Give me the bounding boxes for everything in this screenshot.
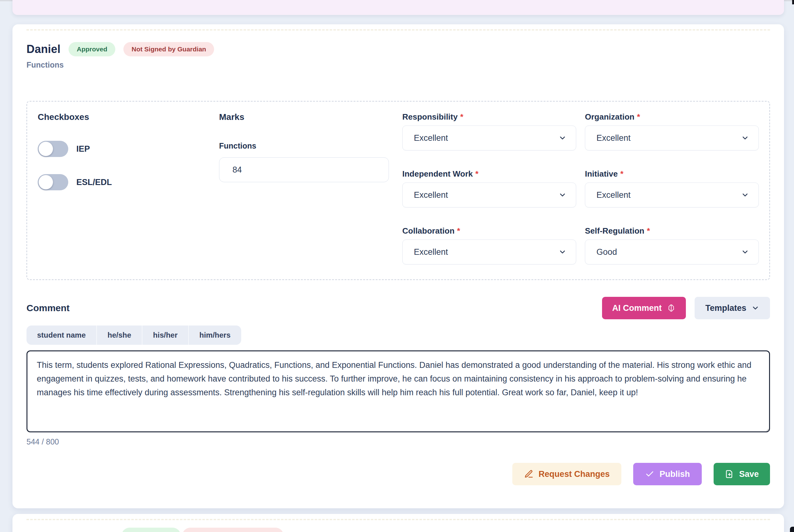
independent-work-label: Independent Work <box>402 169 473 178</box>
previous-card-partial <box>13 0 784 15</box>
student-name: Daniel <box>26 43 60 56</box>
brain-icon <box>667 303 676 313</box>
required-asterisk: * <box>620 169 623 178</box>
request-changes-button[interactable]: Request Changes <box>512 463 621 485</box>
chevron-down-icon <box>558 134 567 142</box>
next-status-badge-approved <box>122 528 181 532</box>
screen-corner-artifact <box>790 527 794 532</box>
checkboxes-heading: Checkboxes <box>38 112 219 122</box>
chevron-down-icon <box>558 191 567 199</box>
responsibility-select[interactable]: Excellent <box>402 126 576 150</box>
required-asterisk: * <box>637 112 640 121</box>
pencil-icon <box>524 469 534 479</box>
card-top-divider <box>26 519 770 520</box>
student-report-card: Daniel Approved Not Signed by Guardian F… <box>13 24 784 508</box>
chip-his-her[interactable]: his/her <box>143 325 189 345</box>
actions-row: Request Changes Publish Save <box>26 463 770 485</box>
checkboxes-column: Checkboxes IEP ESL/EDL <box>38 112 219 279</box>
templates-button-label: Templates <box>705 303 746 313</box>
esl-toggle-row: ESL/EDL <box>38 174 219 190</box>
comment-textarea[interactable]: This term, students explored Rational Ex… <box>26 350 770 432</box>
required-asterisk: * <box>460 112 463 121</box>
rating-responsibility: Responsibility* Excellent <box>402 112 576 150</box>
screen-corner-artifact <box>792 0 794 4</box>
status-badge-guardian: Not Signed by Guardian <box>124 42 214 56</box>
mark-input[interactable] <box>219 157 389 182</box>
save-button[interactable]: Save <box>714 463 770 485</box>
chip-him-hers[interactable]: him/hers <box>189 325 241 345</box>
grades-fieldset: Checkboxes IEP ESL/EDL Marks Functions R… <box>26 101 770 280</box>
chevron-down-icon <box>741 248 749 256</box>
status-badge-approved: Approved <box>69 42 115 56</box>
marks-column: Marks Functions <box>219 112 402 279</box>
initiative-select[interactable]: Excellent <box>585 183 759 207</box>
save-label: Save <box>739 469 759 479</box>
mark-field-label: Functions <box>219 141 402 150</box>
collaboration-label: Collaboration <box>402 226 455 235</box>
check-icon <box>645 469 654 479</box>
rating-independent-work: Independent Work* Excellent <box>402 169 576 207</box>
self-regulation-label: Self-Regulation <box>585 226 644 235</box>
file-plus-icon <box>725 469 734 479</box>
self-regulation-select-value: Good <box>596 247 617 257</box>
ratings-grid: Responsibility* Excellent Organization* … <box>402 112 759 279</box>
card-top-divider <box>26 29 770 31</box>
iep-toggle-row: IEP <box>38 141 219 157</box>
initiative-label: Initiative <box>585 169 617 178</box>
responsibility-label: Responsibility <box>402 112 458 121</box>
esl-edl-toggle-knob <box>39 175 53 189</box>
iep-toggle[interactable] <box>38 141 68 157</box>
self-regulation-select[interactable]: Good <box>585 240 759 264</box>
chevron-down-icon <box>558 248 567 256</box>
rating-initiative: Initiative* Excellent <box>585 169 759 207</box>
iep-toggle-label: IEP <box>76 144 90 154</box>
required-asterisk: * <box>475 169 478 178</box>
chevron-down-icon <box>741 191 749 199</box>
responsibility-select-value: Excellent <box>414 133 448 143</box>
next-student-card-partial <box>13 514 784 532</box>
independent-work-select[interactable]: Excellent <box>402 183 576 207</box>
organization-select[interactable]: Excellent <box>585 126 759 150</box>
chip-student-name[interactable]: student name <box>26 325 97 345</box>
student-header: Daniel Approved Not Signed by Guardian <box>26 40 770 58</box>
request-changes-label: Request Changes <box>538 469 610 479</box>
collaboration-select[interactable]: Excellent <box>402 240 576 264</box>
comment-buttons: AI Comment Templates <box>602 297 770 319</box>
placeholder-chips: student name he/she his/her him/hers <box>26 325 241 345</box>
subject-subtitle: Functions <box>26 60 770 70</box>
next-status-badge-guardian <box>182 528 283 532</box>
esl-edl-toggle[interactable] <box>38 174 68 190</box>
required-asterisk: * <box>457 226 460 235</box>
comment-toolbar: Comment AI Comment Templates <box>26 297 770 319</box>
organization-label: Organization <box>585 112 634 121</box>
ai-comment-button[interactable]: AI Comment <box>602 297 686 319</box>
independent-work-select-value: Excellent <box>414 190 448 200</box>
comment-heading: Comment <box>26 303 70 314</box>
iep-toggle-knob <box>39 142 53 156</box>
required-asterisk: * <box>647 226 650 235</box>
marks-heading: Marks <box>219 112 402 122</box>
publish-label: Publish <box>659 469 690 479</box>
publish-button[interactable]: Publish <box>633 463 702 485</box>
collaboration-select-value: Excellent <box>414 247 448 257</box>
rating-self-regulation: Self-Regulation* Good <box>585 226 759 264</box>
rating-collaboration: Collaboration* Excellent <box>402 226 576 264</box>
chevron-down-icon <box>741 134 749 142</box>
initiative-select-value: Excellent <box>596 190 631 200</box>
ai-comment-button-label: AI Comment <box>612 303 662 313</box>
esl-edl-toggle-label: ESL/EDL <box>76 177 112 187</box>
rating-organization: Organization* Excellent <box>585 112 759 150</box>
chevron-down-icon <box>751 304 759 312</box>
templates-button[interactable]: Templates <box>695 297 770 319</box>
chip-he-she[interactable]: he/she <box>97 325 143 345</box>
character-counter: 544 / 800 <box>26 437 770 446</box>
organization-select-value: Excellent <box>596 133 631 143</box>
